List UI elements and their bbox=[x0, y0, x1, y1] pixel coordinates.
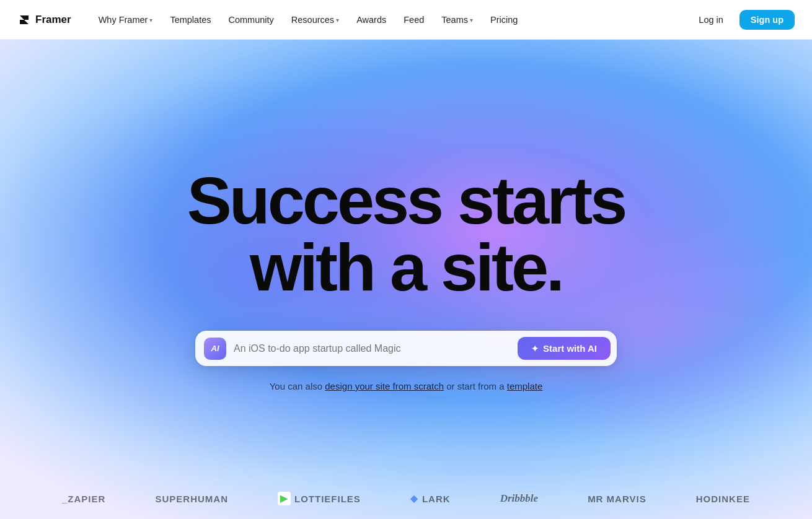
nav-community[interactable]: Community bbox=[221, 11, 281, 28]
ai-search-bar: AI ✦ Start with AI bbox=[195, 331, 617, 366]
nav-teams[interactable]: Teams ▾ bbox=[434, 11, 480, 28]
nav-templates[interactable]: Templates bbox=[162, 11, 218, 28]
brands-bar: _zapier SUPERHUMAN ▶ LottieFiles ◆ Lark … bbox=[0, 478, 812, 519]
framer-logo-icon bbox=[17, 13, 31, 27]
chevron-down-icon: ▾ bbox=[149, 17, 152, 24]
brand-hodinkee: HODINKEE bbox=[696, 494, 750, 504]
brand-mrmarvis: MR MARVIS bbox=[588, 494, 647, 504]
design-from-scratch-link[interactable]: design your site from scratch bbox=[325, 381, 444, 391]
login-link[interactable]: Log in bbox=[689, 11, 733, 29]
brand-lark: ◆ Lark bbox=[410, 493, 451, 504]
brand-zapier: _zapier bbox=[62, 494, 105, 504]
brand-logo[interactable]: Framer bbox=[17, 13, 71, 27]
template-link[interactable]: template bbox=[507, 381, 543, 391]
ai-search-input[interactable] bbox=[234, 343, 510, 354]
start-with-ai-button[interactable]: ✦ Start with AI bbox=[518, 337, 611, 360]
chevron-down-icon: ▾ bbox=[336, 17, 339, 24]
nav-right: Log in Sign up bbox=[689, 10, 795, 30]
navbar: Framer Why Framer ▾ Templates Community … bbox=[0, 0, 812, 40]
star-icon: ✦ bbox=[531, 344, 539, 354]
ai-badge: AI bbox=[204, 338, 226, 360]
brand-dribbble: Dribbble bbox=[500, 492, 538, 505]
hero-section: Success starts with a site. AI ✦ Start w… bbox=[0, 40, 812, 519]
nav-resources[interactable]: Resources ▾ bbox=[284, 11, 346, 28]
chevron-down-icon: ▾ bbox=[470, 17, 473, 24]
hero-subtitle: You can also design your site from scrat… bbox=[270, 381, 543, 391]
nav-feed[interactable]: Feed bbox=[396, 11, 431, 28]
brand-superhuman: SUPERHUMAN bbox=[155, 494, 228, 504]
nav-pricing[interactable]: Pricing bbox=[483, 11, 525, 28]
signup-button[interactable]: Sign up bbox=[739, 10, 795, 30]
hero-title: Success starts with a site. bbox=[187, 167, 625, 301]
nav-awards[interactable]: Awards bbox=[349, 11, 394, 28]
nav-links: Why Framer ▾ Templates Community Resourc… bbox=[91, 11, 689, 28]
brand-name: Framer bbox=[35, 14, 71, 26]
brand-lottiefiles: ▶ LottieFiles bbox=[278, 492, 361, 505]
hero-content: Success starts with a site. AI ✦ Start w… bbox=[175, 167, 638, 391]
nav-why-framer[interactable]: Why Framer ▾ bbox=[91, 11, 161, 28]
